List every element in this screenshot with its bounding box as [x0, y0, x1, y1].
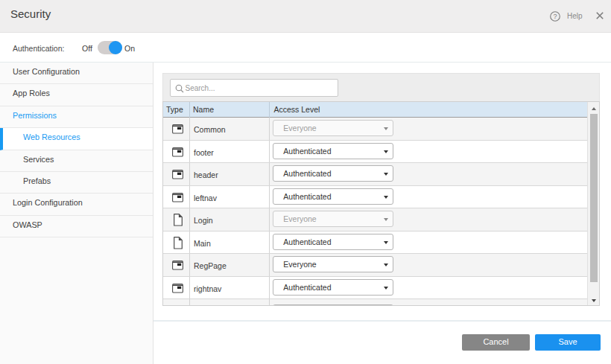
- svg-text:?: ?: [553, 13, 557, 20]
